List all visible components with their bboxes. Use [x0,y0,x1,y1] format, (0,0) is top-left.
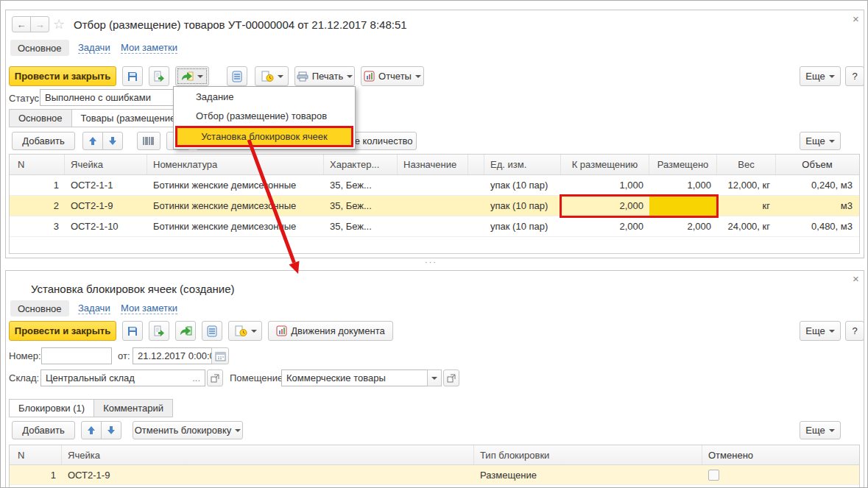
nav-item-notes[interactable]: Мои заметки [121,42,177,54]
tab-locks[interactable]: Блокировки (1) [9,399,94,417]
reports-button[interactable]: Отчеты [361,66,424,86]
date-picker-button[interactable] [211,347,229,364]
nav-item-main[interactable]: Основное [10,40,69,56]
column-header[interactable]: Назначение [398,155,468,174]
column-header[interactable] [468,155,484,174]
table-cell[interactable]: 1 [12,465,62,484]
more-button[interactable]: Еще [800,321,841,341]
table-more-button[interactable]: Еще [800,421,841,439]
table-cell[interactable]: ОСТ2-1-10 [65,216,147,236]
save-button[interactable] [122,321,143,341]
room-dropdown-button[interactable] [427,369,442,386]
post-and-close-button[interactable]: Провести и закрыть [9,66,116,86]
table-cell[interactable]: упак (10 пар) [484,175,561,195]
forward-button[interactable]: → [30,16,49,32]
table-cell[interactable]: ОСТ2-1-9 [65,196,147,216]
table-more-button[interactable]: Еще [800,132,841,150]
register-records-button[interactable] [227,66,247,86]
number-field[interactable] [41,347,112,364]
table-cell[interactable]: 2,000 [561,216,649,236]
table-cell[interactable]: 1 [12,175,65,195]
table-cell[interactable]: 35, Беж... [324,175,398,195]
table-cell[interactable]: кг [717,196,776,216]
post-and-close-button[interactable]: Провести и закрыть [9,321,116,341]
help-button[interactable]: ? [845,321,864,341]
room-field[interactable]: Коммерческие товары [281,369,428,386]
register-records-button[interactable] [202,321,222,341]
table-cell[interactable]: 0,240, м3 [776,175,858,195]
close-icon[interactable]: × [853,14,859,24]
column-header[interactable]: Номенклатура [147,155,324,174]
choose-ellipsis-icon[interactable]: ... [192,372,200,383]
table-cell[interactable]: Ботинки женские демисезонные [147,216,324,236]
create-based-on-button[interactable] [175,321,196,341]
column-header[interactable]: Ячейка [65,155,147,174]
table-cell[interactable]: 35, Беж... [324,216,398,236]
print-button[interactable]: Печать [294,66,355,86]
warehouse-field[interactable]: Центральный склад ... [40,369,205,386]
table-row[interactable]: 3 ОСТ2-1-10 Ботинки женские демисезонные… [10,216,859,237]
table-cell[interactable]: упак (10 пар) [484,216,561,236]
table-cell[interactable]: ОСТ2-1-9 [62,465,474,484]
document-history-button[interactable] [255,66,289,86]
document-history-button[interactable] [228,321,262,341]
close-icon[interactable]: × [853,274,859,284]
column-header[interactable]: N [12,155,65,174]
post-document-button[interactable] [149,321,169,341]
table-cell[interactable]: 1,000 [561,175,649,195]
add-row-button[interactable]: Добавить [12,132,75,150]
save-button[interactable] [122,66,143,86]
post-document-button[interactable] [149,66,169,86]
create-based-on-button[interactable] [175,66,209,86]
menu-item-cell-locks-highlighted[interactable]: Установка блокировок ячеек [175,126,353,147]
table-cell[interactable]: м3 [776,196,858,216]
favorite-star-icon[interactable]: ☆ [53,16,65,32]
table-cell[interactable]: 2,000 [649,216,717,236]
table-cell[interactable] [468,216,484,236]
move-down-button[interactable] [102,132,123,150]
table-cell[interactable] [398,196,468,216]
column-header[interactable]: Вес [717,155,776,174]
move-up-button[interactable] [81,421,102,439]
tab-main[interactable]: Основное [9,109,72,127]
table-row-selected[interactable]: 1 ОСТ2-1-9 Размещение [10,465,859,485]
table-cell[interactable]: 12,000, кг [717,175,776,195]
column-header[interactable]: Отменено [702,445,857,464]
column-header[interactable]: Объем [776,155,858,174]
table-cell[interactable]: Размещение [474,465,702,484]
table-cell[interactable]: ОСТ2-1-1 [65,175,147,195]
add-row-button[interactable]: Добавить [12,421,75,439]
nav-item-notes[interactable]: Мои заметки [121,303,177,314]
back-button[interactable]: ← [12,16,31,32]
column-header[interactable]: Характер... [324,155,398,174]
open-warehouse-button[interactable] [207,369,223,386]
table-cell[interactable]: 2,000 [561,196,649,216]
barcode-scan-button[interactable] [137,132,160,150]
document-movements-button[interactable]: Движения документа [268,321,393,341]
date-field[interactable]: 21.12.2017 0:00:00 [133,347,212,364]
splitter-handle[interactable]: ··· [425,258,437,266]
table-cell[interactable]: Ботинки женские демисезонные [147,196,324,216]
nav-item-main[interactable]: Основное [10,300,69,317]
more-button[interactable]: Еще [800,66,841,86]
column-header[interactable]: Ячейка [62,445,474,464]
table-cell[interactable]: 2 [12,196,65,216]
nav-item-tasks[interactable]: Задачи [78,42,110,54]
table-cell[interactable]: 35, Беж... [324,196,398,216]
table-row-selected[interactable]: 2 ОСТ2-1-9 Ботинки женские демисезонные … [10,196,859,216]
cancelled-checkbox[interactable] [708,470,719,481]
table-cell[interactable]: упак (10 пар) [484,196,561,216]
tab-comment[interactable]: Комментарий [93,399,173,417]
table-cell[interactable] [398,216,468,236]
menu-item-task[interactable]: Задание [174,87,355,106]
table-cell[interactable] [468,196,484,216]
table-cell[interactable]: 24,000, кг [717,216,776,236]
nav-item-tasks[interactable]: Задачи [78,303,110,314]
move-down-button[interactable] [101,421,121,439]
table-cell[interactable] [398,175,468,195]
table-cell[interactable]: 3 [12,216,65,236]
cancel-lock-button[interactable]: Отменить блокировку [133,421,243,439]
help-button[interactable]: ? [845,66,864,86]
column-header[interactable]: Тип блокировки [474,445,702,464]
open-room-button[interactable] [443,369,459,386]
